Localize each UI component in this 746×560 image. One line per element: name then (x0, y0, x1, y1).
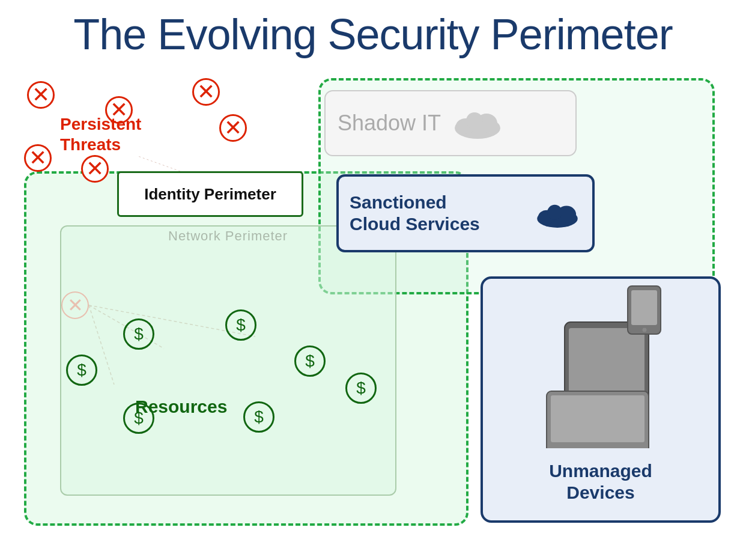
diagram-area: Network Perimeter Identity Perimeter Sha… (18, 78, 728, 550)
persistent-threats-label: Persistent Threats (60, 114, 141, 154)
threat-icon-3: ✕ (192, 78, 220, 106)
svg-rect-16 (551, 395, 644, 442)
sanctioned-cloud-icon (533, 195, 581, 231)
devices-svg (535, 280, 667, 448)
svg-point-20 (643, 328, 647, 332)
page-title: The Evolving Security Perimeter (0, 0, 746, 58)
resource-icon-2: $ (123, 318, 154, 350)
threat-icon-4: ✕ (24, 144, 52, 172)
network-perimeter-box (60, 225, 396, 496)
sanctioned-cloud-box: Sanctioned Cloud Services (336, 174, 595, 252)
infiltrated-threat-icon: ✕ (61, 291, 89, 319)
svg-point-7 (466, 112, 483, 129)
svg-rect-19 (631, 290, 657, 325)
resource-icon-5: $ (345, 373, 377, 404)
resource-icon-6: $ (123, 403, 154, 434)
threat-icon-5: ✕ (81, 155, 109, 183)
threat-icon-6: ✕ (219, 114, 247, 142)
sanctioned-cloud-label: Sanctioned Cloud Services (350, 192, 525, 235)
resource-icon-1: $ (66, 355, 97, 386)
network-perimeter-label: Network Perimeter (168, 228, 288, 244)
devices-icons (535, 280, 667, 448)
shadow-it-box: Shadow IT (324, 90, 577, 156)
svg-point-11 (547, 205, 562, 220)
resource-icon-7: $ (243, 401, 274, 433)
shadow-it-label: Shadow IT (338, 111, 441, 136)
shadow-it-cloud-icon (450, 105, 505, 141)
resource-icon-3: $ (225, 309, 256, 341)
resource-icon-4: $ (294, 345, 326, 377)
threats-area: ✕ ✕ ✕ ✕ ✕ ✕ Persistent Threats (18, 78, 198, 198)
threat-icon-1: ✕ (27, 81, 55, 109)
unmanaged-devices-label: Unmanaged Devices (549, 460, 652, 504)
unmanaged-devices-box: Unmanaged Devices (481, 276, 721, 523)
